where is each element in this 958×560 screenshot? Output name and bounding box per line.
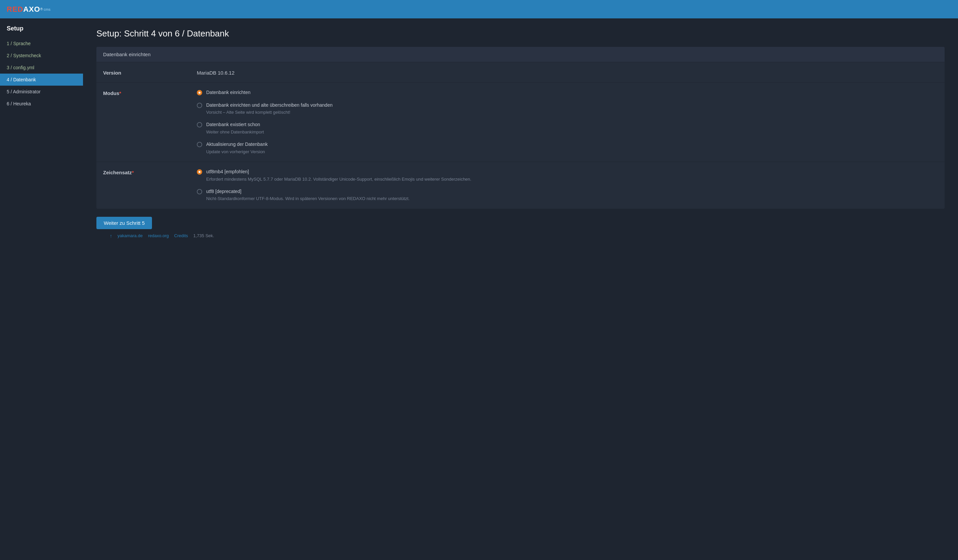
form-label-zeichensatz: Zeichensatz* <box>103 169 197 175</box>
form-row-zeichensatz: Zeichensatz*utf8mb4 [empfohlen]Erfordert… <box>97 162 945 209</box>
footer-link-redaxo[interactable]: redaxo.org <box>148 233 169 238</box>
form-label-version: Version <box>103 69 197 76</box>
layout: Setup 1 / Sprache2 / Systemcheck3 / conf… <box>0 18 958 560</box>
next-button[interactable]: Weiter zu Schritt 5 <box>97 217 152 229</box>
card: Datenbank einrichten VersionMariaDB 10.6… <box>97 47 945 209</box>
radio-btn-charset2[interactable] <box>197 189 202 195</box>
radio-label-charset1: utf8mb4 [empfohlen] <box>206 169 471 175</box>
sidebar-heading: Setup <box>0 25 83 38</box>
form-row-modus: Modus*Datenbank einrichtenDatenbank einr… <box>97 82 945 162</box>
form-label-modus: Modus* <box>103 89 197 96</box>
radio-label-modus3: Datenbank existiert schon <box>206 122 264 128</box>
sidebar: Setup 1 / Sprache2 / Systemcheck3 / conf… <box>0 18 83 560</box>
footer-arrow-icon: ↑ <box>110 233 112 239</box>
radio-btn-modus4[interactable] <box>197 142 202 147</box>
radio-label-charset2: utf8 [deprecated] <box>206 188 410 195</box>
sidebar-item-step4[interactable]: 4 / Datenbank <box>0 74 83 85</box>
logo-cms: cms <box>44 7 51 11</box>
main-content: Setup: Schritt 4 von 6 / Datenbank Daten… <box>83 18 958 560</box>
radio-content-charset1: utf8mb4 [empfohlen]Erfordert mindestens … <box>206 169 471 182</box>
form-field-version: MariaDB 10.6.12 <box>197 69 938 76</box>
radio-sublabel-modus4: Update von vorheriger Version <box>206 149 268 155</box>
sidebar-item-step3[interactable]: 3 / config.yml <box>0 62 83 74</box>
logo-registered: ® <box>40 7 43 11</box>
required-indicator: * <box>132 169 134 175</box>
field-value-version: MariaDB 10.6.12 <box>197 69 938 76</box>
radio-btn-modus1[interactable] <box>197 90 202 95</box>
radio-content-charset2: utf8 [deprecated]Nicht-Standardkonformer… <box>206 188 410 202</box>
radio-label-modus1: Datenbank einrichten <box>206 89 251 96</box>
radio-btn-charset1[interactable] <box>197 169 202 175</box>
footer-link-credits[interactable]: Credits <box>174 233 188 238</box>
sidebar-item-step2[interactable]: 2 / Systemcheck <box>0 49 83 62</box>
card-body: VersionMariaDB 10.6.12Modus*Datenbank ei… <box>97 62 945 209</box>
radio-option-modus2[interactable]: Datenbank einrichten und alte überschrei… <box>197 102 938 116</box>
form-field-modus: Datenbank einrichtenDatenbank einrichten… <box>197 89 938 155</box>
footer: ↑ yakamara.de redaxo.org Credits 1,735 S… <box>97 229 945 242</box>
radio-content-modus4: Aktualisierung der DatenbankUpdate von v… <box>206 141 268 155</box>
header: REDAXO®cms <box>0 0 958 18</box>
page-title: Setup: Schritt 4 von 6 / Datenbank <box>97 28 945 39</box>
radio-option-modus1[interactable]: Datenbank einrichten <box>197 89 938 96</box>
card-header: Datenbank einrichten <box>97 47 945 62</box>
required-indicator: * <box>119 90 121 96</box>
sidebar-item-step5[interactable]: 5 / Administrator <box>0 85 83 98</box>
radio-option-modus4[interactable]: Aktualisierung der DatenbankUpdate von v… <box>197 141 938 155</box>
logo-red: RED <box>7 5 23 14</box>
logo-axo: AXO <box>23 5 40 14</box>
footer-link-yakamara[interactable]: yakamara.de <box>117 233 143 238</box>
radio-btn-modus2[interactable] <box>197 103 202 108</box>
radio-content-modus3: Datenbank existiert schonWeiter ohne Dat… <box>206 122 264 135</box>
sidebar-items: 1 / Sprache2 / Systemcheck3 / config.yml… <box>0 38 83 110</box>
radio-content-modus2: Datenbank einrichten und alte überschrei… <box>206 102 332 116</box>
radio-label-modus4: Aktualisierung der Datenbank <box>206 141 268 148</box>
form-row-version: VersionMariaDB 10.6.12 <box>97 62 945 82</box>
form-field-zeichensatz: utf8mb4 [empfohlen]Erfordert mindestens … <box>197 169 938 202</box>
radio-sublabel-modus2: Vorsicht – Alte Seite wird komplett gelö… <box>206 109 332 115</box>
radio-label-modus2: Datenbank einrichten und alte überschrei… <box>206 102 332 109</box>
sidebar-item-step1[interactable]: 1 / Sprache <box>0 38 83 49</box>
footer-timing: 1,735 Sek. <box>194 233 214 238</box>
radio-btn-modus3[interactable] <box>197 122 202 127</box>
logo: REDAXO®cms <box>7 5 51 14</box>
radio-sublabel-charset1: Erfordert mindestens MySQL 5.7.7 oder Ma… <box>206 176 471 182</box>
radio-option-charset1[interactable]: utf8mb4 [empfohlen]Erfordert mindestens … <box>197 169 938 182</box>
radio-content-modus1: Datenbank einrichten <box>206 89 251 96</box>
radio-sublabel-modus3: Weiter ohne Datenbankimport <box>206 129 264 135</box>
sidebar-item-step6[interactable]: 6 / Heureka <box>0 98 83 110</box>
radio-sublabel-charset2: Nicht-Standardkonformer UTF-8-Modus. Wir… <box>206 196 410 202</box>
radio-option-charset2[interactable]: utf8 [deprecated]Nicht-Standardkonformer… <box>197 188 938 202</box>
radio-option-modus3[interactable]: Datenbank existiert schonWeiter ohne Dat… <box>197 122 938 135</box>
